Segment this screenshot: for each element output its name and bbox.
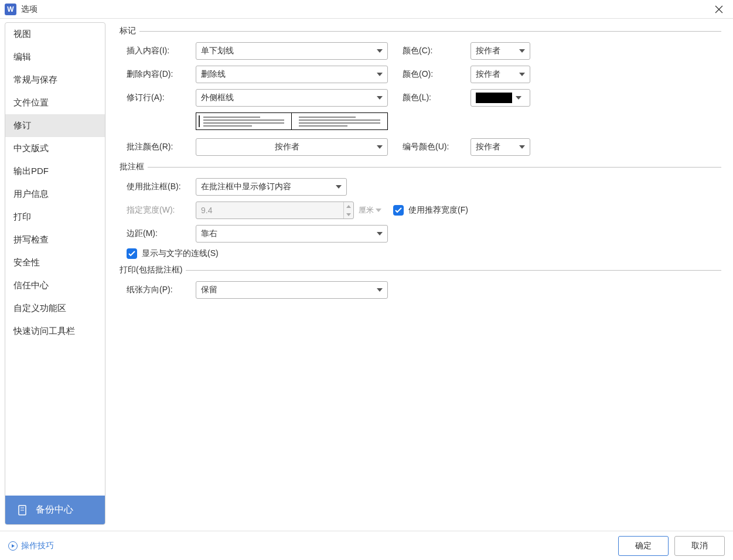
chevron-down-icon bbox=[377, 73, 383, 76]
tips-label: 操作技巧 bbox=[21, 541, 54, 551]
chevron-down-icon bbox=[377, 96, 383, 100]
unit-value: 厘米 bbox=[359, 205, 374, 216]
sidebar-item-user-info[interactable]: 用户信息 bbox=[5, 183, 105, 206]
width-label: 指定宽度(W): bbox=[127, 205, 196, 216]
select-value: 在批注框中显示修订内容 bbox=[201, 182, 332, 192]
tips-link[interactable]: 操作技巧 bbox=[8, 541, 54, 551]
chevron-down-icon bbox=[519, 49, 525, 53]
section-print-title: 打印(包括批注框) bbox=[120, 265, 182, 275]
comment-color-label: 批注颜色(R): bbox=[127, 142, 196, 152]
backup-icon bbox=[17, 504, 29, 516]
titlebar: W 选项 bbox=[0, 0, 733, 19]
revision-line-select[interactable]: 外侧框线 bbox=[196, 89, 388, 107]
width-value: 9.4 bbox=[196, 206, 343, 215]
window-title: 选项 bbox=[21, 4, 710, 15]
use-recommended-width-checkbox[interactable] bbox=[393, 205, 404, 216]
orientation-label: 纸张方向(P): bbox=[127, 285, 196, 295]
chevron-down-icon bbox=[377, 49, 383, 53]
sidebar-item-trust-center[interactable]: 信任中心 bbox=[5, 274, 105, 297]
preview-left bbox=[196, 112, 292, 130]
delete-color-select[interactable]: 按作者 bbox=[471, 66, 530, 83]
sidebar-item-view[interactable]: 视图 bbox=[5, 23, 105, 46]
show-lines-checkbox[interactable] bbox=[127, 248, 137, 259]
spinner-up bbox=[344, 202, 353, 210]
insert-color-select[interactable]: 按作者 bbox=[471, 42, 530, 60]
select-value: 按作者 bbox=[201, 142, 373, 152]
sidebar-item-quick-access[interactable]: 快速访问工具栏 bbox=[5, 320, 105, 343]
cancel-button[interactable]: 取消 bbox=[674, 536, 725, 556]
close-icon bbox=[715, 5, 723, 13]
sidebar-item-customize-ribbon[interactable]: 自定义功能区 bbox=[5, 297, 105, 320]
number-color-select[interactable]: 按作者 bbox=[471, 138, 530, 156]
chevron-down-icon bbox=[377, 232, 383, 235]
spinner-down bbox=[344, 210, 353, 218]
margin-select[interactable]: 靠右 bbox=[196, 225, 388, 243]
select-value: 删除线 bbox=[201, 69, 373, 80]
color-swatch-black bbox=[476, 93, 512, 103]
show-lines-label: 显示与文字的连线(S) bbox=[142, 248, 219, 259]
section-balloon-title: 批注框 bbox=[120, 162, 144, 172]
insert-content-select[interactable]: 单下划线 bbox=[196, 42, 388, 60]
use-recommended-width-label: 使用推荐宽度(F) bbox=[408, 205, 468, 216]
sidebar-item-output-pdf[interactable]: 输出PDF bbox=[5, 160, 105, 183]
comment-color-select[interactable]: 按作者 bbox=[196, 138, 388, 156]
revision-line-color-select[interactable] bbox=[471, 89, 530, 107]
chevron-down-icon bbox=[519, 73, 525, 76]
chevron-down-icon bbox=[516, 96, 521, 100]
chevron-down-icon bbox=[377, 288, 383, 292]
play-circle-icon bbox=[8, 541, 18, 551]
width-unit-select: 厘米 bbox=[356, 202, 384, 219]
use-balloon-select[interactable]: 在批注框中显示修订内容 bbox=[196, 178, 347, 196]
sidebar-item-revision[interactable]: 修订 bbox=[5, 114, 105, 137]
svg-marker-5 bbox=[346, 205, 351, 208]
number-color-label: 编号颜色(U): bbox=[403, 142, 471, 152]
select-value: 按作者 bbox=[476, 46, 516, 56]
check-icon bbox=[128, 251, 135, 257]
section-mark-header: 标记 bbox=[120, 26, 721, 36]
chevron-down-icon bbox=[377, 145, 383, 149]
revision-line-label: 修订行(A): bbox=[127, 93, 196, 103]
delete-content-select[interactable]: 删除线 bbox=[196, 66, 388, 83]
sidebar-item-spellcheck[interactable]: 拼写检查 bbox=[5, 228, 105, 251]
revision-line-color-label: 颜色(L): bbox=[403, 93, 471, 103]
sidebar-item-file-location[interactable]: 文件位置 bbox=[5, 91, 105, 114]
sidebar-item-chinese-layout[interactable]: 中文版式 bbox=[5, 137, 105, 160]
check-icon bbox=[395, 207, 402, 213]
section-balloon-header: 批注框 bbox=[120, 162, 721, 172]
chevron-down-icon bbox=[336, 185, 342, 189]
backup-center-label: 备份中心 bbox=[36, 504, 73, 516]
chevron-down-icon bbox=[519, 145, 525, 149]
select-value: 保留 bbox=[201, 285, 373, 295]
select-value: 单下划线 bbox=[201, 46, 373, 56]
sidebar-item-print[interactable]: 打印 bbox=[5, 206, 105, 228]
select-value: 按作者 bbox=[476, 69, 516, 80]
close-button[interactable] bbox=[710, 1, 728, 18]
divider bbox=[148, 167, 721, 168]
delete-content-label: 删除内容(D): bbox=[127, 69, 196, 80]
backup-center-button[interactable]: 备份中心 bbox=[5, 496, 105, 524]
sidebar-item-edit[interactable]: 编辑 bbox=[5, 46, 105, 69]
footer: 操作技巧 确定 取消 bbox=[0, 531, 733, 560]
select-value: 按作者 bbox=[476, 142, 516, 152]
section-mark-title: 标记 bbox=[120, 26, 136, 36]
chevron-down-icon bbox=[376, 209, 381, 212]
sidebar-item-security[interactable]: 安全性 bbox=[5, 251, 105, 274]
sidebar: 视图 编辑 常规与保存 文件位置 修订 中文版式 输出PDF 用户信息 打印 拼… bbox=[5, 22, 105, 525]
select-value: 外侧框线 bbox=[201, 93, 373, 103]
orientation-select[interactable]: 保留 bbox=[196, 281, 388, 299]
insert-color-label: 颜色(C): bbox=[403, 46, 471, 56]
preview-right bbox=[292, 112, 388, 130]
divider bbox=[139, 31, 721, 32]
section-print-header: 打印(包括批注框) bbox=[120, 265, 721, 275]
app-icon: W bbox=[5, 4, 16, 15]
use-balloon-label: 使用批注框(B): bbox=[127, 182, 196, 192]
content-panel: 标记 插入内容(I): 单下划线 颜色(C): 按作者 删除内容(D): 删除线 bbox=[108, 19, 733, 528]
insert-content-label: 插入内容(I): bbox=[127, 46, 196, 56]
sidebar-item-general-save[interactable]: 常规与保存 bbox=[5, 69, 105, 91]
svg-marker-6 bbox=[346, 213, 351, 216]
ok-button[interactable]: 确定 bbox=[618, 536, 669, 556]
delete-color-label: 颜色(O): bbox=[403, 69, 471, 80]
divider bbox=[186, 270, 721, 271]
width-spinner: 9.4 bbox=[196, 202, 354, 219]
margin-label: 边距(M): bbox=[127, 228, 196, 239]
